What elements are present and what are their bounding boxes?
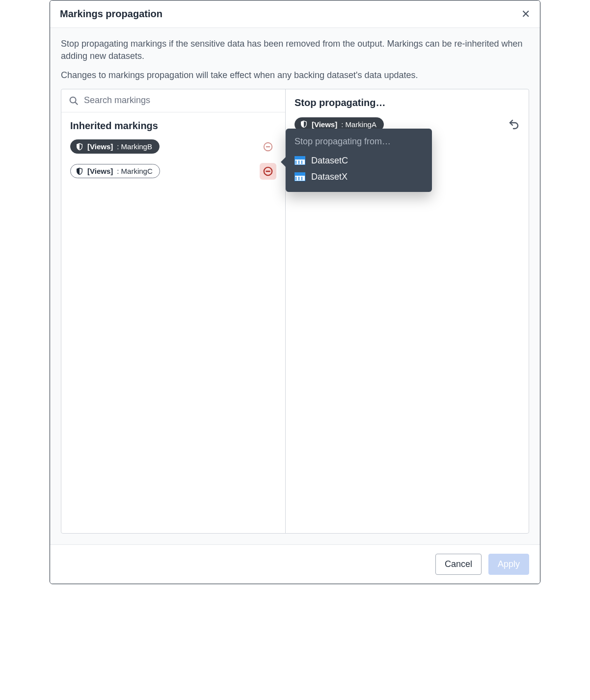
dataset-icon: [295, 172, 305, 181]
dialog-title: Markings propagation: [60, 8, 162, 20]
undo-button[interactable]: [508, 118, 520, 130]
stop-propagation-button[interactable]: [260, 138, 276, 155]
chip-label: : MarkingC: [117, 167, 153, 175]
stop-propagating-from-popover: Stop propagating from… DatasetC DatasetX: [286, 129, 432, 192]
svg-point-0: [70, 97, 76, 103]
chip-label: : MarkingB: [117, 142, 152, 151]
chip-label: : MarkingA: [341, 120, 376, 129]
shield-icon: [76, 167, 83, 175]
cancel-button[interactable]: Cancel: [435, 554, 482, 575]
dialog-header: Markings propagation ✕: [50, 0, 540, 28]
shield-icon: [300, 120, 308, 128]
dialog-body: Stop propagating markings if the sensiti…: [50, 28, 540, 544]
marking-row: [Views]: MarkingB: [70, 138, 276, 155]
marking-chip-markingb[interactable]: [Views]: MarkingB: [70, 139, 160, 154]
undo-icon: [508, 118, 520, 130]
dataset-icon: [295, 156, 305, 165]
markings-propagation-dialog: Markings propagation ✕ Stop propagating …: [50, 0, 540, 584]
description-line-2: Changes to markings propagation will tak…: [61, 69, 529, 81]
dataset-option-datasetx[interactable]: DatasetX: [295, 169, 423, 185]
panels-container: Inherited markings [Views]: MarkingB: [61, 89, 529, 534]
marking-row: [Views]: MarkingC: [70, 163, 276, 180]
marking-chip-markingc[interactable]: [Views]: MarkingC: [70, 164, 160, 178]
chip-prefix: [Views]: [87, 167, 113, 175]
stop-propagation-button[interactable]: [260, 163, 276, 180]
dataset-label: DatasetX: [311, 172, 348, 182]
shield-icon: [76, 143, 83, 151]
description-line-1: Stop propagating markings if the sensiti…: [61, 38, 529, 62]
inherited-markings-section: Inherited markings [Views]: MarkingB: [61, 112, 285, 195]
panel-right: Stop propagating… [Views]: MarkingA: [286, 89, 529, 533]
minus-circle-icon: [263, 141, 273, 152]
apply-button[interactable]: Apply: [488, 554, 529, 575]
stop-propagating-title: Stop propagating…: [295, 97, 520, 108]
inherited-markings-title: Inherited markings: [70, 120, 276, 132]
search-row: [61, 89, 285, 112]
search-input[interactable]: [84, 95, 278, 106]
svg-line-1: [75, 102, 78, 105]
popover-title: Stop propagating from…: [295, 136, 423, 147]
close-button[interactable]: ✕: [521, 9, 530, 20]
dataset-option-datasetc[interactable]: DatasetC: [295, 153, 423, 169]
chip-prefix: [Views]: [87, 142, 113, 151]
minus-circle-icon: [263, 166, 273, 177]
dialog-footer: Cancel Apply: [50, 544, 540, 584]
chip-prefix: [Views]: [312, 120, 337, 129]
search-icon: [68, 95, 79, 106]
close-icon: ✕: [521, 8, 530, 20]
panel-left: Inherited markings [Views]: MarkingB: [61, 89, 286, 533]
dataset-label: DatasetC: [311, 156, 348, 166]
